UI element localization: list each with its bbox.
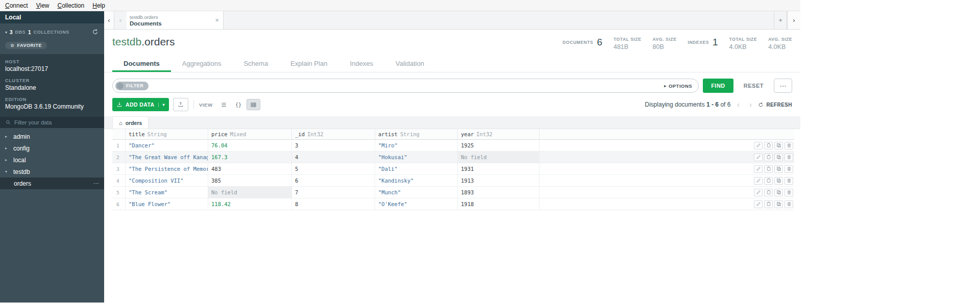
cell-title[interactable]: "The Great Wave off Kanagawa" [126,152,208,163]
chevron-right-icon[interactable]: ▸ [5,146,10,150]
query-more-options-button[interactable]: ⋯ [774,79,792,93]
sidebar-item-local[interactable]: ▸local [0,154,104,166]
filter-pill[interactable]: FILTER [115,82,149,90]
view-list-button[interactable] [217,99,231,110]
cell-artist[interactable]: "O'Keefe" [375,198,458,210]
cell-year[interactable]: 1931 [458,163,540,174]
tab-indexes[interactable]: Indexes [338,56,384,72]
cell-artist[interactable]: "Miro" [375,140,458,151]
cell-_id[interactable]: 4 [292,152,375,163]
refresh-databases-icon[interactable] [92,29,99,36]
menu-item-help[interactable]: Help [92,2,105,9]
cell-price[interactable]: 385 [208,175,292,186]
tab-aggregations[interactable]: Aggregations [171,56,233,72]
cell-price[interactable]: 118.42 [208,198,292,210]
next-page-button[interactable]: › [746,100,755,109]
clone-document-button[interactable] [774,142,783,149]
cell-title[interactable]: "Composition VII" [126,175,208,186]
sidebar-item-orders[interactable]: orders⋯ [0,178,104,189]
sidebar-item-config[interactable]: ▸config [0,142,104,154]
new-tab-button[interactable]: + [774,11,787,29]
filter-input[interactable]: FILTER ▸ OPTIONS [112,79,699,93]
edit-document-button[interactable] [754,200,763,208]
menu-item-view[interactable]: View [36,2,50,9]
cell-year[interactable]: 1918 [458,198,540,210]
refresh-button[interactable]: REFRESH [758,102,792,108]
clone-document-button[interactable] [774,200,783,208]
cell-artist[interactable]: "Munch" [375,187,458,198]
cell-artist[interactable]: "Hokusai" [375,152,458,163]
cell-_id[interactable]: 3 [292,140,375,151]
cell-title[interactable]: "The Scream" [126,187,208,198]
cell-_id[interactable]: 6 [292,175,375,186]
collection-options-icon[interactable]: ⋯ [93,180,99,187]
prev-page-button[interactable]: ‹ [733,100,743,109]
delete-document-button[interactable] [785,165,793,173]
cell-artist[interactable]: "Dali" [375,163,458,174]
breadcrumb-collection[interactable]: ⌂ orders [112,116,149,129]
tab-testdb-orders[interactable]: testdb.orders Documents × [127,11,224,29]
cell-price[interactable]: No field [208,187,292,198]
delete-document-button[interactable] [785,142,793,149]
chevron-down-icon[interactable]: ▾ [5,169,10,174]
cell-artist[interactable]: "Kandinsky" [375,175,458,186]
copy-document-button[interactable] [764,154,773,161]
copy-document-button[interactable] [764,165,773,173]
menu-item-connect[interactable]: Connect [5,2,28,9]
cell-year[interactable]: 1913 [458,175,540,186]
chevron-right-icon[interactable]: ▸ [5,134,10,139]
clone-document-button[interactable] [774,177,783,185]
sidebar-filter-input[interactable] [14,119,91,125]
favorite-button[interactable]: ☆ FAVORITE [5,42,47,49]
delete-document-button[interactable] [785,177,793,185]
copy-document-button[interactable] [764,189,773,196]
menu-item-collection[interactable]: Collection [58,2,85,9]
view-json-button[interactable]: {} [232,99,246,110]
cell-title[interactable]: "Blue Flower" [126,198,208,210]
chevron-down-icon[interactable]: ▾ [5,30,7,35]
delete-document-button[interactable] [785,200,793,208]
cell-price[interactable]: 167.3 [208,152,292,163]
view-table-button[interactable] [247,99,260,110]
edit-document-button[interactable] [754,189,763,196]
options-toggle[interactable]: ▸ OPTIONS [664,83,692,89]
tab-scroll-right-button[interactable]: › [787,11,800,29]
tab-schema[interactable]: Schema [232,56,279,72]
cell-title[interactable]: "Dancer" [126,140,208,151]
delete-document-button[interactable] [785,189,793,196]
sidebar-item-admin[interactable]: ▸admin [0,131,104,142]
cell-_id[interactable]: 7 [292,187,375,198]
tab-validation[interactable]: Validation [384,56,435,72]
copy-document-button[interactable] [764,142,773,149]
tab-explain-plan[interactable]: Explain Plan [279,56,338,72]
find-button[interactable]: FIND [703,79,733,93]
cell-price[interactable]: 483 [208,163,292,174]
edit-document-button[interactable] [754,177,763,185]
clone-document-button[interactable] [774,189,783,196]
cell-year[interactable]: No field [458,152,540,163]
cell-price[interactable]: 76.04 [208,140,292,151]
tab-scroll-left-button[interactable]: ‹ [114,11,127,29]
add-data-button[interactable]: ADD DATA ▾ [112,98,169,111]
edit-document-button[interactable] [754,142,763,149]
tab-close-icon[interactable]: × [215,16,219,24]
export-collection-button[interactable] [173,98,188,111]
reset-button[interactable]: RESET [738,79,770,93]
sidebar-item-testdb[interactable]: ▾testdb [0,166,104,178]
cell-_id[interactable]: 5 [292,163,375,174]
sidebar-search[interactable] [0,117,104,128]
cell-year[interactable]: 1925 [458,140,540,151]
chevron-right-icon[interactable]: ▸ [5,158,10,162]
clone-document-button[interactable] [774,154,783,161]
clone-document-button[interactable] [774,165,783,173]
copy-document-button[interactable] [764,177,773,185]
sidebar-collapse-button[interactable]: ‹ [104,11,114,29]
edit-document-button[interactable] [754,165,763,173]
cell-title[interactable]: "The Persistence of Memory" [126,163,208,174]
delete-document-button[interactable] [785,154,793,161]
cell-_id[interactable]: 8 [292,198,375,210]
edit-document-button[interactable] [754,154,763,161]
copy-document-button[interactable] [764,200,773,208]
tab-documents[interactable]: Documents [112,56,171,72]
cell-year[interactable]: 1893 [458,187,540,198]
